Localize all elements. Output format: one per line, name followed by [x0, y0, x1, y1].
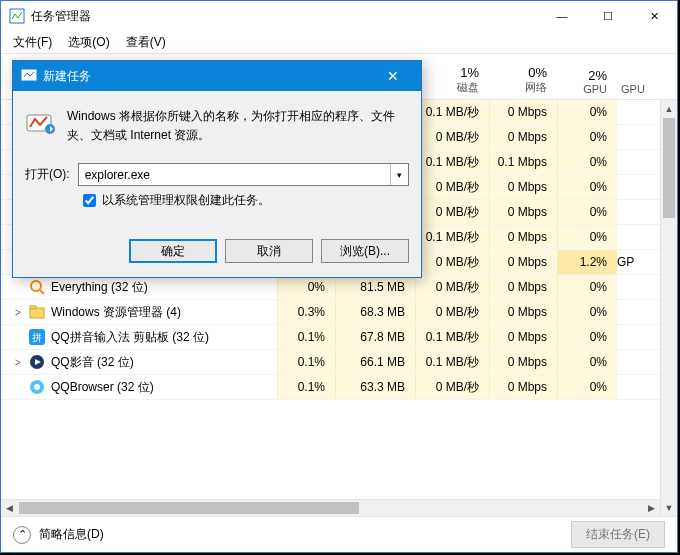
cell: 68.3 MB: [335, 300, 415, 324]
svg-rect-8: [30, 306, 36, 309]
cell: 0 Mbps: [489, 200, 557, 224]
open-input[interactable]: [79, 164, 390, 185]
dropdown-icon[interactable]: ▾: [390, 164, 408, 185]
cell: 0%: [557, 375, 617, 399]
cell: 0%: [557, 325, 617, 349]
table-row[interactable]: >Windows 资源管理器 (4)0.3%68.3 MB0 MB/秒0 Mbp…: [1, 300, 677, 325]
scroll-down-icon[interactable]: ▼: [661, 499, 677, 516]
col-network[interactable]: 0%网络: [489, 65, 557, 95]
dialog-title: 新建任务: [43, 68, 91, 85]
svg-point-14: [34, 384, 40, 390]
brief-info-link[interactable]: 简略信息(D): [39, 526, 104, 543]
horizontal-scrollbar[interactable]: ◀ ▶: [1, 499, 660, 516]
cell: 0 Mbps: [489, 250, 557, 274]
menubar: 文件(F) 选项(O) 查看(V): [1, 31, 677, 53]
browse-button[interactable]: 浏览(B)...: [321, 239, 409, 263]
cell: 0 Mbps: [489, 325, 557, 349]
col-gpu[interactable]: 2%GPU: [557, 68, 617, 95]
cell: 0.1 MB/秒: [415, 350, 489, 374]
cell: 0.1%: [277, 350, 335, 374]
process-name: Everything (32 位): [51, 279, 148, 296]
cell: 0%: [557, 200, 617, 224]
app-icon: 拼: [29, 329, 45, 345]
cell: 0%: [277, 275, 335, 299]
expand-icon[interactable]: >: [13, 357, 23, 368]
cell: 0.1 MB/秒: [415, 100, 489, 124]
table-row[interactable]: QQBrowser (32 位)0.1%63.3 MB0 MB/秒0 Mbps0…: [1, 375, 677, 400]
cell: 0 Mbps: [489, 100, 557, 124]
cell: 0 Mbps: [489, 300, 557, 324]
vertical-scrollbar[interactable]: ▲ ▼: [660, 100, 677, 516]
cell: 0.1 MB/秒: [415, 150, 489, 174]
app-icon: [29, 354, 45, 370]
titlebar[interactable]: 任务管理器 — ☐ ✕: [1, 1, 677, 31]
app-icon: [9, 8, 25, 24]
scroll-up-icon[interactable]: ▲: [661, 100, 677, 117]
end-task-button[interactable]: 结束任务(E): [571, 521, 665, 548]
process-name: QQ影音 (32 位): [51, 354, 134, 371]
footer: ⌃ 简略信息(D) 结束任务(E): [1, 516, 677, 552]
expand-icon[interactable]: >: [13, 307, 23, 318]
admin-checkbox[interactable]: [83, 194, 96, 207]
table-row[interactable]: >QQ影音 (32 位)0.1%66.1 MB0.1 MB/秒0 Mbps0%: [1, 350, 677, 375]
cell: 0.1 MB/秒: [415, 225, 489, 249]
cell: 0 MB/秒: [415, 375, 489, 399]
cell: 0 Mbps: [489, 175, 557, 199]
app-icon: [29, 279, 45, 295]
cell: 1.2%: [557, 250, 617, 274]
minimize-button[interactable]: —: [539, 1, 585, 31]
table-row[interactable]: 拼QQ拼音输入法 剪贴板 (32 位)0.1%67.8 MB0.1 MB/秒0 …: [1, 325, 677, 350]
cell: 0 MB/秒: [415, 125, 489, 149]
cell: 0 MB/秒: [415, 300, 489, 324]
open-combobox[interactable]: ▾: [78, 163, 409, 186]
cell: 0%: [557, 150, 617, 174]
scroll-right-icon[interactable]: ▶: [643, 500, 660, 516]
run-icon: [25, 107, 57, 145]
menu-view[interactable]: 查看(V): [120, 32, 172, 53]
scroll-thumb[interactable]: [663, 118, 675, 218]
dialog-titlebar[interactable]: 新建任务 ✕: [13, 61, 421, 91]
maximize-button[interactable]: ☐: [585, 1, 631, 31]
details-toggle-icon[interactable]: ⌃: [13, 526, 31, 544]
scroll-left-icon[interactable]: ◀: [1, 500, 18, 516]
svg-text:拼: 拼: [32, 332, 42, 343]
cell: 0 Mbps: [489, 225, 557, 249]
ok-button[interactable]: 确定: [129, 239, 217, 263]
cell: 0.1%: [277, 375, 335, 399]
cell: 0%: [557, 275, 617, 299]
cell: 0 MB/秒: [415, 250, 489, 274]
cancel-button[interactable]: 取消: [225, 239, 313, 263]
col-disk[interactable]: 1%磁盘: [415, 65, 489, 95]
app-icon: [29, 304, 45, 320]
menu-file[interactable]: 文件(F): [7, 32, 58, 53]
app-icon: [29, 379, 45, 395]
svg-point-5: [31, 281, 41, 291]
cell: 0 Mbps: [489, 275, 557, 299]
cell: 0%: [557, 100, 617, 124]
dialog-close-button[interactable]: ✕: [373, 68, 413, 84]
cell: 81.5 MB: [335, 275, 415, 299]
process-name: Windows 资源管理器 (4): [51, 304, 181, 321]
run-dialog: 新建任务 ✕ Windows 将根据你所键入的名称，为你打开相应的程序、文件夹、…: [12, 60, 422, 278]
window-title: 任务管理器: [31, 8, 539, 25]
svg-line-6: [40, 290, 44, 294]
open-label: 打开(O):: [25, 166, 70, 183]
cell: 0 Mbps: [489, 125, 557, 149]
hscroll-thumb[interactable]: [19, 502, 359, 514]
table-row[interactable]: Everything (32 位)0%81.5 MB0 MB/秒0 Mbps0%: [1, 275, 677, 300]
cell: 0%: [557, 300, 617, 324]
cell: 0%: [557, 175, 617, 199]
menu-options[interactable]: 选项(O): [62, 32, 115, 53]
close-button[interactable]: ✕: [631, 1, 677, 31]
cell: 66.1 MB: [335, 350, 415, 374]
cell: 0%: [557, 125, 617, 149]
col-gpu-engine[interactable]: GPU: [617, 63, 661, 95]
cell: 0.1 MB/秒: [415, 325, 489, 349]
cell: 0 MB/秒: [415, 175, 489, 199]
cell: 0.1 Mbps: [489, 150, 557, 174]
cell: 0%: [557, 225, 617, 249]
cell: 0 MB/秒: [415, 275, 489, 299]
dialog-icon: [21, 67, 37, 86]
cell: 0%: [557, 350, 617, 374]
cell: 0 Mbps: [489, 350, 557, 374]
